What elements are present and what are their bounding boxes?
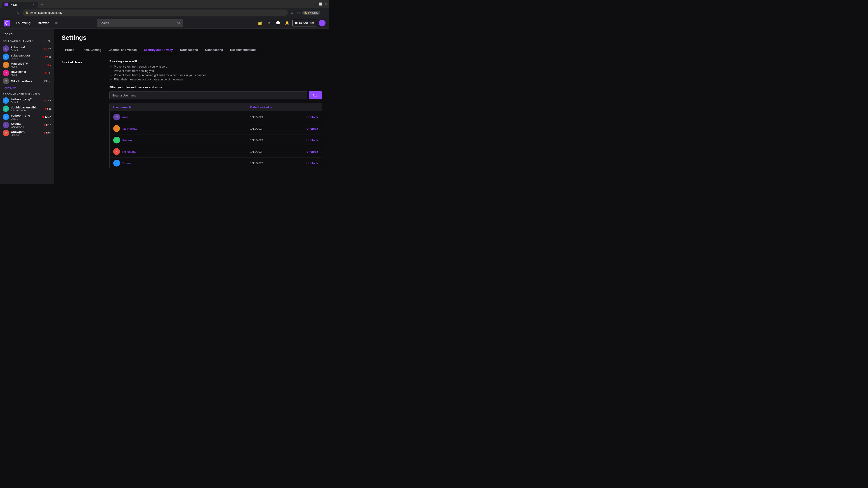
filter-row: Add — [110, 91, 322, 99]
list-item[interactable]: D doublebacknvalbi... Albion Online 523 — [0, 105, 54, 113]
list-item[interactable]: M Magic899TV Music 2 — [0, 61, 54, 69]
active-tab[interactable]: T Twitch ✕ — [2, 2, 38, 8]
channel-info: doublebacknvalbi... Albion Online — [11, 106, 43, 112]
close-window-button[interactable]: ✕ — [324, 2, 327, 6]
tab-channel-and-videos[interactable]: Channel and Videos — [105, 46, 141, 54]
new-tab-button[interactable]: + — [39, 2, 45, 8]
unblock-button[interactable]: Unblock — [307, 150, 318, 153]
table-row: V VanHoliday 1/11/2024 Unblock — [110, 123, 322, 134]
live-indicator — [48, 64, 49, 66]
avatar: K — [3, 122, 9, 128]
user-avatar[interactable] — [319, 20, 326, 26]
following-link[interactable]: Following — [14, 20, 32, 26]
forward-button[interactable]: → — [9, 10, 14, 15]
viewer-count: 785 — [47, 72, 51, 74]
channel-name: MikaRoseMusic — [11, 79, 42, 83]
blocked-users-table: Username ⇅ Date Blocked ⌄ — [110, 103, 322, 169]
username-link[interactable]: Sydeon — [122, 162, 132, 165]
avatar: K — [3, 45, 9, 52]
tab-security-and-privacy[interactable]: Security and Privacy — [141, 46, 177, 54]
mail-icon-button[interactable]: ✉ — [266, 20, 273, 27]
browser-menu-button[interactable]: ⋮ — [321, 10, 327, 15]
tab-prime-gaming[interactable]: Prime Gaming — [78, 46, 105, 54]
live-indicator — [45, 72, 46, 74]
avatar: B — [3, 113, 9, 120]
date-col-label: Date Blocked — [250, 105, 269, 109]
channel-game: Music — [11, 73, 43, 76]
main-layout: For You FOLLOWED CHANNELS ↩ ⇅ K kukudota… — [0, 29, 329, 184]
blocking-effects-list: Prevent them from sending you whispers P… — [110, 65, 322, 81]
activity-icon-button[interactable]: 💬 — [274, 20, 282, 27]
list-item[interactable]: M MikaRoseMusic Offline — [0, 77, 54, 85]
viewer-count: 3.4K — [46, 99, 51, 102]
username-link[interactable]: VanHoliday — [122, 127, 137, 130]
twitch-logo[interactable] — [4, 20, 10, 26]
more-nav-button[interactable]: ••• — [55, 21, 59, 25]
add-user-button[interactable]: Add — [309, 91, 322, 99]
show-more-button[interactable]: Show More — [0, 85, 54, 91]
notifications-icon-button[interactable]: 🔔 — [283, 20, 291, 27]
avatar: B — [3, 97, 9, 104]
channel-name: kukudota2 — [11, 46, 42, 49]
username-link[interactable]: Amram — [122, 138, 132, 142]
tab-recommendations[interactable]: Recommendations — [226, 46, 260, 54]
list-item[interactable]: B betboom_eng2 Dota 2 3.4K — [0, 96, 54, 105]
action-cell: Unblock — [296, 150, 318, 153]
tab-connections[interactable]: Connections — [202, 46, 226, 54]
blocking-effect-item: Filter their messages out of chats you d… — [114, 78, 322, 81]
channel-game: Lifeline — [11, 133, 42, 136]
bookmark-button[interactable]: ☆ — [289, 10, 294, 15]
crown-icon-button[interactable]: 👑 — [256, 20, 264, 27]
avatar: D — [3, 105, 9, 112]
search-input[interactable] — [97, 21, 175, 25]
minimize-button[interactable]: — — [314, 2, 317, 6]
live-indicator — [43, 48, 45, 50]
date-column-header[interactable]: Date Blocked ⌄ — [250, 105, 296, 109]
avatar: K — [113, 148, 120, 155]
channel-name: doublebacknvalbi... — [11, 106, 43, 109]
list-item[interactable]: C CDawgVA Lifeline 9.2K — [0, 129, 54, 137]
tab-bar: T Twitch ✕ + — ⬜ ✕ — [0, 0, 329, 8]
channel-game: Music — [11, 65, 46, 68]
avatar: S — [113, 160, 120, 166]
username-column-header[interactable]: Username ⇅ — [113, 105, 250, 109]
list-item[interactable]: S solapsapdota Dota 2 446 — [0, 53, 54, 61]
sort-channels-icon[interactable]: ⇅ — [47, 39, 51, 43]
tab-notifications[interactable]: Notifications — [177, 46, 202, 54]
tab-profile[interactable]: Profile — [61, 46, 78, 54]
refresh-button[interactable]: ↻ — [16, 10, 21, 15]
tab-close-button[interactable]: ✕ — [32, 3, 35, 6]
url-bar[interactable]: 🔒 twitch.tv/settings/security — [23, 9, 288, 16]
live-indicator — [43, 132, 45, 134]
username-link[interactable]: Kokodota2 — [122, 150, 136, 153]
unblock-button[interactable]: Unblock — [307, 138, 318, 142]
browse-link[interactable]: Browse — [36, 20, 51, 26]
list-item[interactable]: R RayRachel Music 785 — [0, 69, 54, 77]
maximize-button[interactable]: ⬜ — [319, 2, 322, 6]
back-button[interactable]: ← — [3, 10, 8, 15]
username-input[interactable] — [110, 91, 307, 99]
search-button[interactable] — [175, 19, 183, 27]
list-item[interactable]: K Kyedae VALORANT 9.1K — [0, 121, 54, 129]
blocked-users-section: Blocked Users Blocking a user will: Prev… — [61, 60, 322, 169]
for-you-label: For You — [0, 31, 54, 38]
channel-game: Dota 2 — [11, 49, 42, 52]
action-column-header — [296, 105, 318, 109]
cast-button[interactable]: ⬚ — [296, 10, 301, 15]
unblock-button[interactable]: Unblock — [307, 162, 318, 165]
list-item[interactable]: B betboom_eng Dota 2 12.1K — [0, 113, 54, 121]
get-ad-free-button[interactable]: Get Ad-Free — [292, 20, 317, 26]
date-cell: 1/11/2024 — [250, 150, 296, 153]
unblock-button[interactable]: Unblock — [307, 116, 318, 119]
username-link[interactable]: nAts — [122, 116, 128, 119]
recommended-channels-list: B betboom_eng2 Dota 2 3.4K D doublebackn… — [0, 96, 54, 137]
channel-viewers: 12.1K — [42, 116, 51, 118]
collapse-sidebar-icon[interactable]: ↩ — [42, 39, 46, 43]
user-cell: A Amram — [113, 137, 250, 143]
unblock-button[interactable]: Unblock — [307, 127, 318, 130]
page-title: Settings — [61, 34, 322, 41]
channel-game: Dota 2 — [11, 57, 43, 60]
list-item[interactable]: K kukudota2 Dota 2 3.4K — [0, 44, 54, 53]
channel-info: CDawgVA Lifeline — [11, 130, 42, 136]
channel-info: betboom_eng2 Dota 2 — [11, 98, 42, 104]
